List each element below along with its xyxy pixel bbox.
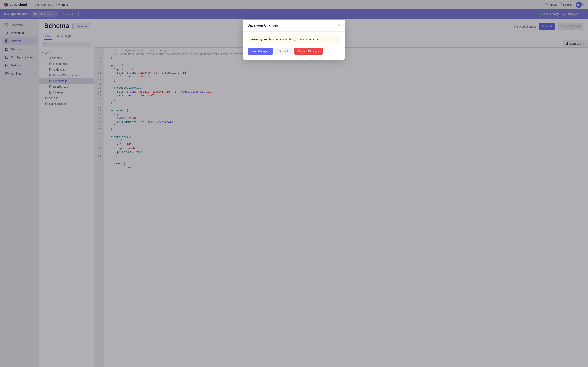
modal-overlay: Save your Changes ✕ Warning: You have un… <box>0 0 588 367</box>
save-changes-dialog: Save your Changes ✕ Warning: You have un… <box>243 20 345 59</box>
modal-title: Save your Changes <box>248 24 278 27</box>
save-changes-button[interactable]: Save Changes <box>248 48 273 55</box>
modal-close-button[interactable]: ✕ <box>337 23 340 28</box>
go-back-button[interactable]: Go back <box>275 48 292 55</box>
warning-message: Warning: You have unsaved changes in you… <box>248 35 340 43</box>
discard-changes-button[interactable]: Discard Changes <box>294 48 323 55</box>
